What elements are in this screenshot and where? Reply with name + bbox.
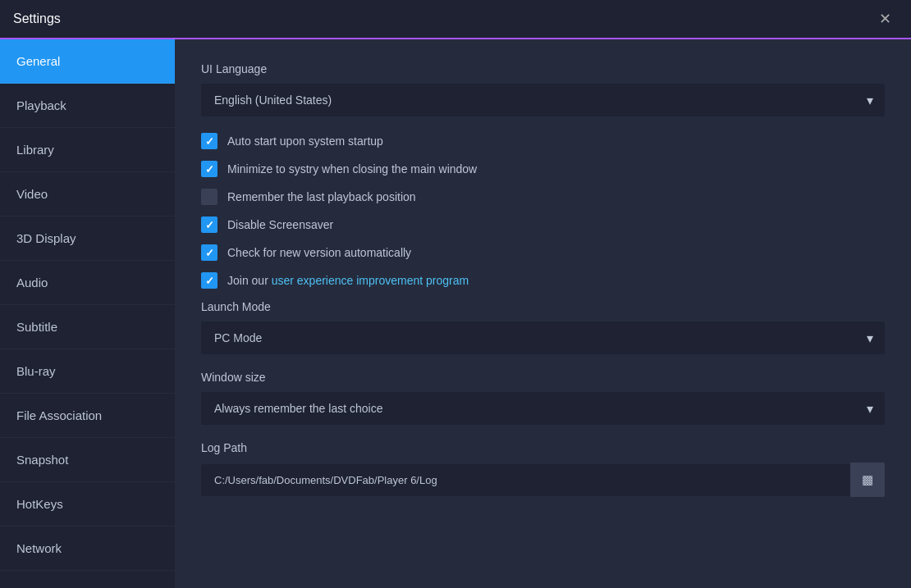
checkbox-row-minimize-systray: ✓Minimize to systry when closing the mai… — [201, 161, 885, 177]
checkbox-row-join-ux: ✓Join our user experience improvement pr… — [201, 272, 885, 289]
checkbox-join-ux[interactable]: ✓ — [201, 272, 217, 289]
settings-window: Settings ✕ GeneralPlaybackLibraryVideo3D… — [0, 0, 911, 588]
launch-mode-select[interactable]: PC ModeTV Mode — [201, 321, 885, 354]
sidebar-item-playback[interactable]: Playback — [0, 84, 175, 128]
checkbox-check-version[interactable]: ✓ — [201, 244, 217, 261]
ux-program-link[interactable]: user experience improvement program — [272, 274, 469, 287]
sidebar-item-general[interactable]: General — [0, 39, 175, 84]
checkbox-label-disable-screensaver: Disable Screensaver — [227, 218, 333, 231]
checkbox-label-auto-start: Auto start upon system startup — [227, 134, 383, 148]
sidebar-item-hotkeys[interactable]: HotKeys — [0, 482, 175, 526]
checkmark-icon: ✓ — [205, 276, 214, 286]
window-size-dropdown-wrapper: Always remember the last choiceFull Scre… — [201, 392, 885, 425]
window-size-label: Window size — [201, 371, 885, 384]
checkmark-icon: ✓ — [205, 220, 214, 230]
checkmark-icon: ✓ — [205, 248, 214, 258]
checkbox-label-check-version: Check for new version automatically — [227, 246, 411, 259]
sidebar-item-library[interactable]: Library — [0, 128, 175, 172]
sidebar-item-network[interactable]: Network — [0, 526, 175, 571]
title-bar: Settings ✕ — [0, 0, 911, 39]
close-button[interactable]: ✕ — [872, 8, 898, 30]
window-title: Settings — [13, 11, 61, 26]
sidebar-item-blu-ray[interactable]: Blu-ray — [0, 349, 175, 394]
folder-icon: ▩ — [862, 472, 873, 487]
checkbox-remember-playback[interactable] — [201, 189, 217, 205]
checkmark-icon: ✓ — [205, 136, 214, 147]
main-panel: UI Language English (United States)Chine… — [175, 39, 911, 588]
checkbox-auto-start[interactable]: ✓ — [201, 133, 217, 149]
checkbox-label-join-ux: Join our user experience improvement pro… — [227, 274, 469, 287]
log-path-browse-button[interactable]: ▩ — [850, 463, 885, 497]
log-path-input[interactable] — [201, 464, 850, 496]
content-area: GeneralPlaybackLibraryVideo3D DisplayAud… — [0, 39, 911, 588]
checkbox-label-remember-playback: Remember the last playback position — [227, 190, 416, 203]
sidebar-item-audio[interactable]: Audio — [0, 261, 175, 305]
checkbox-row-disable-screensaver: ✓Disable Screensaver — [201, 217, 885, 233]
checkbox-minimize-systray[interactable]: ✓ — [201, 161, 217, 177]
window-size-select[interactable]: Always remember the last choiceFull Scre… — [201, 392, 885, 425]
sidebar-item-3d-display[interactable]: 3D Display — [0, 217, 175, 261]
sidebar-item-video[interactable]: Video — [0, 172, 175, 217]
sidebar: GeneralPlaybackLibraryVideo3D DisplayAud… — [0, 39, 175, 588]
log-path-label: Log Path — [201, 441, 885, 454]
sidebar-item-subtitle[interactable]: Subtitle — [0, 305, 175, 349]
ui-language-select[interactable]: English (United States)Chinese (Simplifi… — [201, 84, 885, 116]
ui-language-label: UI Language — [201, 62, 885, 75]
checkboxes-container: ✓Auto start upon system startup✓Minimize… — [201, 133, 885, 289]
launch-mode-dropdown-wrapper: PC ModeTV Mode ▾ — [201, 321, 885, 354]
checkmark-icon: ✓ — [205, 164, 214, 175]
ui-language-dropdown-wrapper: English (United States)Chinese (Simplifi… — [201, 84, 885, 116]
checkbox-disable-screensaver[interactable]: ✓ — [201, 217, 217, 233]
sidebar-item-file-association[interactable]: File Association — [0, 394, 175, 438]
log-path-row: ▩ — [201, 463, 885, 497]
sidebar-item-snapshot[interactable]: Snapshot — [0, 438, 175, 482]
checkbox-row-remember-playback: Remember the last playback position — [201, 189, 885, 205]
checkbox-label-minimize-systray: Minimize to systry when closing the main… — [227, 162, 477, 175]
checkbox-row-check-version: ✓Check for new version automatically — [201, 244, 885, 261]
launch-mode-label: Launch Mode — [201, 300, 885, 313]
checkbox-row-auto-start: ✓Auto start upon system startup — [201, 133, 885, 149]
